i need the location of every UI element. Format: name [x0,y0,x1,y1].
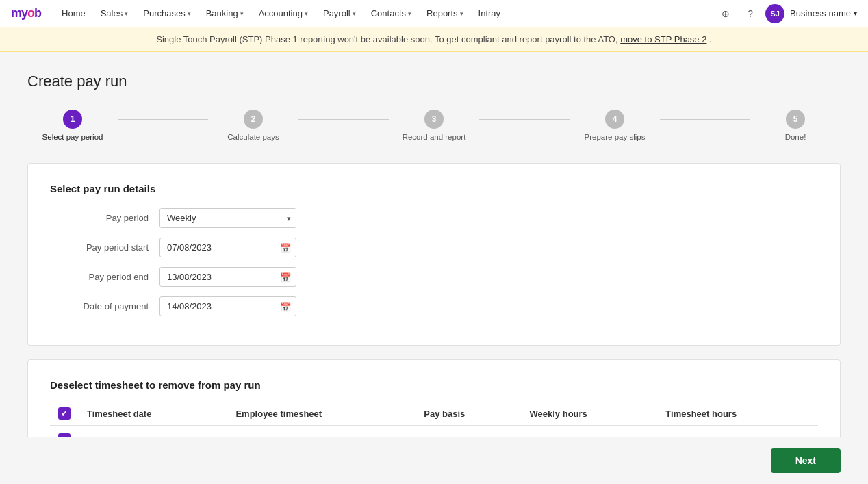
step-circle-2: 2 [244,110,263,129]
main-content: Create pay run 1 Select pay period 2 Cal… [0,52,868,484]
stp-banner: Single Touch Payroll (STP) Phase 1 repor… [0,27,868,52]
select-all-checkbox[interactable]: ✓ [58,407,71,420]
step-circle-5: 5 [786,110,805,129]
stepper: 1 Select pay period 2 Calculate pays 3 R… [27,110,841,141]
date-of-payment-input[interactable] [159,296,296,316]
step-5: 5 Done! [750,110,841,141]
business-name[interactable]: Business name ▾ [790,8,857,18]
pay-period-select-wrapper: Weekly Fortnightly Monthly Twice monthly… [159,208,296,228]
nav-banking[interactable]: Banking▾ [199,3,251,24]
banner-text-end: . [709,34,712,44]
header-checkbox-col: ✓ [50,402,79,426]
pay-period-select[interactable]: Weekly Fortnightly Monthly Twice monthly [159,208,296,228]
chevron-down-icon: ▾ [240,10,244,17]
banner-text: Single Touch Payroll (STP) Phase 1 repor… [156,34,617,44]
step-1: 1 Select pay period [27,110,118,141]
pay-run-details-card: Select pay run details Pay period Weekly… [27,163,841,346]
next-button[interactable]: Next [771,448,841,473]
chevron-down-icon: ▾ [188,10,191,17]
col-weekly-hours: Weekly hours [522,402,658,426]
stepper-line-1 [118,119,208,120]
page-title: Create pay run [27,73,841,90]
pay-period-end-wrapper: 📅 [159,267,296,287]
chevron-down-icon: ▾ [125,10,128,17]
col-timesheet-hours: Timesheet hours [657,402,818,426]
nav-right: ⊕ ? SJ Business name ▾ [716,4,857,23]
step-label-4: Prepare pay slips [585,133,646,141]
nav-contacts[interactable]: Contacts▾ [364,3,418,24]
step-label-5: Done! [785,133,806,141]
col-employee-timesheet: Employee timesheet [227,402,416,426]
timesheet-section-title: Deselect timesheet to remove from pay ru… [50,379,818,391]
step-circle-3: 3 [424,110,444,129]
step-circle-4: 4 [605,110,624,129]
nav-intray[interactable]: Intray [472,3,508,24]
avatar[interactable]: SJ [765,4,784,23]
step-2: 2 Calculate pays [208,110,298,141]
col-pay-basis: Pay basis [416,402,521,426]
pay-period-end-label: Pay period end [50,272,159,282]
chevron-down-icon: ▾ [305,10,308,17]
pay-period-start-wrapper: 📅 [159,238,296,257]
step-3: 3 Record and report [389,110,479,141]
nav-accounting[interactable]: Accounting▾ [252,3,315,24]
stp-phase2-link[interactable]: move to STP Phase 2 [620,34,706,44]
stepper-line-2 [298,119,389,120]
table-header: ✓ Timesheet date Employee timesheet Pay … [50,402,818,426]
nav-sales[interactable]: Sales▾ [94,3,136,24]
navbar: myob Home Sales▾ Purchases▾ Banking▾ Acc… [0,0,868,27]
footer: Next [0,437,868,484]
col-timesheet-date: Timesheet date [79,402,227,426]
help-icon[interactable]: ? [741,4,760,23]
nav-items: Home Sales▾ Purchases▾ Banking▾ Accounti… [55,3,716,24]
checkmark-icon: ✓ [61,409,68,418]
pay-period-start-label: Pay period start [50,242,159,253]
step-circle-1: 1 [63,110,82,129]
myob-logo[interactable]: myob [11,6,41,21]
step-label-2: Calculate pays [227,133,279,141]
date-of-payment-label: Date of payment [50,301,159,311]
pay-period-end-row: Pay period end 📅 [50,267,818,287]
step-label-1: Select pay period [42,133,103,141]
date-of-payment-row: Date of payment 📅 [50,296,818,316]
step-4: 4 Prepare pay slips [570,110,660,141]
nav-home[interactable]: Home [55,3,92,24]
form-section-title: Select pay run details [50,183,818,194]
pay-period-start-row: Pay period start 📅 [50,238,818,257]
chevron-down-icon: ▾ [353,10,356,17]
chevron-down-icon: ▾ [408,10,411,17]
pay-period-start-input[interactable] [159,238,296,257]
stepper-line-3 [479,119,570,120]
date-of-payment-wrapper: 📅 [159,296,296,316]
pay-period-label: Pay period [50,213,159,223]
pay-period-end-input[interactable] [159,267,296,287]
table-header-row: ✓ Timesheet date Employee timesheet Pay … [50,402,818,426]
stepper-line-4 [660,119,750,120]
chevron-down-icon: ▾ [460,10,463,17]
nav-reports[interactable]: Reports▾ [420,3,470,24]
nav-purchases[interactable]: Purchases▾ [136,3,197,24]
chevron-down-icon: ▾ [854,10,857,17]
pay-period-row: Pay period Weekly Fortnightly Monthly Tw… [50,208,818,228]
add-icon[interactable]: ⊕ [716,4,735,23]
nav-payroll[interactable]: Payroll▾ [316,3,363,24]
step-label-3: Record and report [403,133,466,141]
